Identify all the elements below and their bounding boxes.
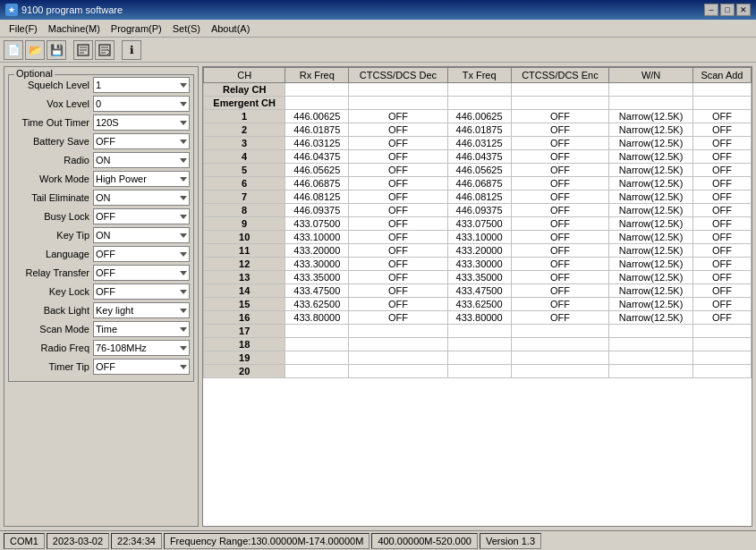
backlight-select[interactable]: Key lightOFFON bbox=[93, 302, 190, 318]
battery-row: Battery Save OFFON bbox=[13, 133, 190, 149]
language-row: Language OFFON bbox=[13, 246, 190, 262]
table-row: 9433.07500OFF433.07500OFFNarrow(12.5K)OF… bbox=[204, 217, 752, 231]
open-button[interactable]: 📂 bbox=[25, 40, 45, 60]
menu-set[interactable]: Set(S) bbox=[167, 22, 206, 35]
busylock-row: Busy Lock OFFON bbox=[13, 208, 190, 224]
channel-table-panel: CH Rx Freq CTCSS/DCS Dec Tx Freq CTCSS/D… bbox=[202, 66, 752, 527]
optional-legend: Optional bbox=[14, 68, 55, 79]
col-scanadd: Scan Add bbox=[692, 68, 751, 83]
table-row: 17 bbox=[204, 325, 752, 338]
main-content: Optional Squelch Level 102345 Vox Level … bbox=[0, 63, 756, 530]
scanmode-select[interactable]: TimeCarrier bbox=[93, 321, 190, 337]
table-row: 3446.03125OFF446.03125OFFNarrow(12.5K)OF… bbox=[204, 137, 752, 150]
table-row: 11433.20000OFF433.20000OFFNarrow(12.5K)O… bbox=[204, 244, 752, 258]
workmode-label: Work Mode bbox=[13, 173, 93, 184]
menu-file[interactable]: File(F) bbox=[4, 22, 43, 35]
table-row: 7446.08125OFF446.08125OFFNarrow(12.5K)OF… bbox=[204, 190, 752, 204]
emergent-ch-label: Emergent CH bbox=[204, 97, 285, 110]
timertip-select[interactable]: OFFON bbox=[93, 359, 190, 375]
table-row: 12433.30000OFF433.30000OFFNarrow(12.5K)O… bbox=[204, 258, 752, 271]
backlight-row: Back Light Key lightOFFON bbox=[13, 302, 190, 318]
keytip-row: Key Tip ONOFF bbox=[13, 227, 190, 243]
radio-row: Radio ONOFF bbox=[13, 152, 190, 168]
relay-row: Relay Transfer OFFON bbox=[13, 265, 190, 281]
table-row: 14433.47500OFF433.47500OFFNarrow(12.5K)O… bbox=[204, 284, 752, 298]
scanmode-label: Scan Mode bbox=[13, 324, 93, 334]
save-button[interactable]: 💾 bbox=[47, 40, 66, 60]
table-row: 5446.05625OFF446.05625OFFNarrow(12.5K)OF… bbox=[204, 164, 752, 177]
radiofreq-label: Radio Freq bbox=[13, 343, 93, 353]
col-ctcssdec: CTCSS/DCS Dec bbox=[349, 68, 448, 83]
status-port: COM1 bbox=[4, 533, 45, 549]
vox-select[interactable]: 012 bbox=[93, 96, 190, 112]
menu-machine[interactable]: Machine(M) bbox=[43, 22, 106, 35]
status-freq-range: Frequency Range:130.00000M-174.00000M bbox=[164, 533, 370, 549]
col-wn: W/N bbox=[609, 68, 693, 83]
write-button[interactable] bbox=[95, 40, 115, 60]
table-row: 18 bbox=[204, 338, 752, 351]
scanmode-row: Scan Mode TimeCarrier bbox=[13, 321, 190, 337]
app-title: 9100 program software bbox=[21, 4, 123, 15]
workmode-select[interactable]: High PowerLow Power bbox=[93, 171, 190, 187]
title-bar: ★ 9100 program software – □ ✕ bbox=[0, 0, 756, 20]
table-row: 15433.62500OFF433.62500OFFNarrow(12.5K)O… bbox=[204, 298, 752, 311]
tail-select[interactable]: ONOFF bbox=[93, 190, 190, 206]
left-panel: Optional Squelch Level 102345 Vox Level … bbox=[4, 66, 199, 527]
squelch-label: Squelch Level bbox=[13, 80, 93, 90]
battery-select[interactable]: OFFON bbox=[93, 133, 190, 149]
menu-program[interactable]: Program(P) bbox=[106, 22, 167, 35]
tail-label: Tail Eliminate bbox=[13, 192, 93, 203]
status-version: Version 1.3 bbox=[480, 533, 541, 549]
minimize-button[interactable]: – bbox=[704, 4, 718, 16]
table-row: 19 bbox=[204, 351, 752, 365]
menu-about[interactable]: About(A) bbox=[206, 22, 255, 35]
tot-label: Time Out Timer bbox=[13, 117, 93, 128]
channel-table: CH Rx Freq CTCSS/DCS Dec Tx Freq CTCSS/D… bbox=[203, 67, 752, 378]
keytip-select[interactable]: ONOFF bbox=[93, 227, 190, 243]
col-rxfreq: Rx Freq bbox=[285, 68, 349, 83]
new-button[interactable]: 📄 bbox=[4, 40, 23, 60]
menu-bar: File(F) Machine(M) Program(P) Set(S) Abo… bbox=[0, 20, 756, 38]
radio-label: Radio bbox=[13, 155, 93, 165]
col-txfreq: Tx Freq bbox=[447, 68, 511, 83]
relay-ch-label: Relay CH bbox=[204, 83, 285, 97]
table-row: 13433.35000OFF433.35000OFFNarrow(12.5K)O… bbox=[204, 271, 752, 284]
radiofreq-row: Radio Freq 76-108MHz87-108MHz bbox=[13, 340, 190, 356]
table-row: 4446.04375OFF446.04375OFFNarrow(12.5K)OF… bbox=[204, 150, 752, 164]
keylock-label: Key Lock bbox=[13, 286, 93, 297]
tot-select[interactable]: 120SOFF60S bbox=[93, 114, 190, 131]
keylock-select[interactable]: OFFON bbox=[93, 283, 190, 300]
table-row: 20 bbox=[204, 365, 752, 378]
table-row: 10433.10000OFF433.10000OFFNarrow(12.5K)O… bbox=[204, 231, 752, 244]
tail-row: Tail Eliminate ONOFF bbox=[13, 190, 190, 206]
relay-select[interactable]: OFFON bbox=[93, 265, 190, 281]
squelch-row: Squelch Level 102345 bbox=[13, 77, 190, 93]
language-select[interactable]: OFFON bbox=[93, 246, 190, 262]
info-button[interactable]: ℹ bbox=[122, 40, 141, 60]
battery-label: Battery Save bbox=[13, 136, 93, 147]
maximize-button[interactable]: □ bbox=[720, 4, 735, 16]
table-row: 2446.01875OFF446.01875OFFNarrow(12.5K)OF… bbox=[204, 123, 752, 137]
vox-row: Vox Level 012 bbox=[13, 96, 190, 112]
col-ctcssenc: CTCSS/DCS Enc bbox=[511, 68, 609, 83]
optional-group: Optional Squelch Level 102345 Vox Level … bbox=[8, 74, 194, 382]
timertip-row: Timer Tip OFFON bbox=[13, 359, 190, 375]
emergent-ch-row: Emergent CH bbox=[204, 97, 752, 110]
backlight-label: Back Light bbox=[13, 305, 93, 316]
relay-label: Relay Transfer bbox=[13, 267, 93, 278]
busylock-select[interactable]: OFFON bbox=[93, 208, 190, 224]
window-controls: – □ ✕ bbox=[704, 4, 751, 16]
status-freq-range2: 400.00000M-520.000 bbox=[371, 533, 478, 549]
workmode-row: Work Mode High PowerLow Power bbox=[13, 171, 190, 187]
radio-select[interactable]: ONOFF bbox=[93, 152, 190, 168]
keylock-row: Key Lock OFFON bbox=[13, 283, 190, 300]
table-row: 1446.00625OFF446.00625OFFNarrow(12.5K)OF… bbox=[204, 110, 752, 123]
radiofreq-select[interactable]: 76-108MHz87-108MHz bbox=[93, 340, 190, 356]
squelch-select[interactable]: 102345 bbox=[93, 77, 190, 93]
status-bar: COM1 2023-03-02 22:34:34 Frequency Range… bbox=[0, 530, 756, 550]
close-button[interactable]: ✕ bbox=[736, 4, 751, 16]
read-button[interactable] bbox=[73, 40, 93, 60]
table-row: 16433.80000OFF433.80000OFFNarrow(12.5K)O… bbox=[204, 311, 752, 325]
relay-ch-row: Relay CH bbox=[204, 83, 752, 97]
app-icon: ★ bbox=[5, 4, 18, 16]
